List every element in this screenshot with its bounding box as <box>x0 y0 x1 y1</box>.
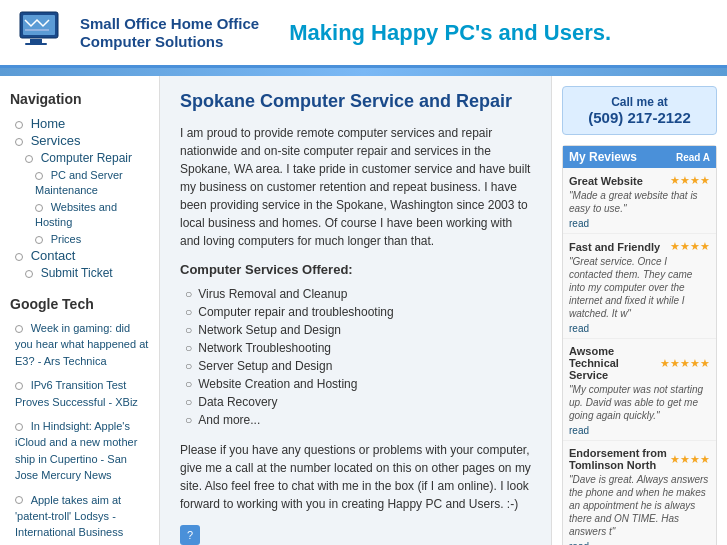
closing-text: Please if you have any questions or prob… <box>180 441 531 513</box>
google-link-2[interactable]: IPv6 Transition Test Proves Successful -… <box>15 379 138 407</box>
google-item-1[interactable]: Week in gaming: did you hear what happen… <box>10 320 149 369</box>
logo-computer-icon <box>15 10 70 55</box>
list-item: Data Recovery <box>185 393 531 411</box>
stars-icon: ★★★★★ <box>660 357 710 370</box>
nav-link-prices[interactable]: Prices <box>51 233 82 245</box>
review-read-link[interactable]: read <box>569 541 589 545</box>
read-all-link[interactable]: Read A <box>676 152 710 163</box>
blue-bar <box>0 68 727 76</box>
nav-link-contact[interactable]: Contact <box>31 248 76 263</box>
logo-line1: Small Office Home Office <box>80 15 259 33</box>
list-item: Network Troubleshooting <box>185 339 531 357</box>
review-quote: "Made a great website that is easy to us… <box>569 189 710 215</box>
google-item-3[interactable]: In Hindsight: Apple's iCloud and a new m… <box>10 418 149 484</box>
bullet-icon <box>25 270 33 278</box>
tagline: Making Happy PC's and Users. <box>289 20 611 46</box>
review-read-link[interactable]: read <box>569 323 589 334</box>
review-read-link[interactable]: read <box>569 425 589 436</box>
review-name: Awsome Technical Service <box>569 345 660 381</box>
list-item: Computer repair and troubleshooting <box>185 303 531 321</box>
google-link-4[interactable]: Apple takes aim at 'patent-troll' Lodsys… <box>15 494 123 545</box>
nav-item-services[interactable]: Services <box>10 132 149 149</box>
call-label: Call me at <box>571 95 708 109</box>
list-item: And more... <box>185 411 531 429</box>
bullet-icon <box>15 138 23 146</box>
bullet-icon <box>15 325 23 333</box>
intro-text: I am proud to provide remote computer se… <box>180 124 531 250</box>
review-quote: "Great service. Once I contacted them. T… <box>569 255 710 320</box>
list-item: Website Creation and Hosting <box>185 375 531 393</box>
svg-rect-2 <box>30 39 42 43</box>
bullet-icon <box>15 382 23 390</box>
bullet-icon <box>35 236 43 244</box>
stars-icon: ★★★★ <box>670 453 710 466</box>
logo-line2: Computer Solutions <box>80 33 259 51</box>
list-item: Server Setup and Design <box>185 357 531 375</box>
call-box: Call me at (509) 217-2122 <box>562 86 717 135</box>
review-name: Fast and Friendly <box>569 241 660 253</box>
right-sidebar: Call me at (509) 217-2122 My Reviews Rea… <box>552 76 727 545</box>
sidebar-google: Google Tech Week in gaming: did you hear… <box>10 296 149 545</box>
bullet-icon <box>15 121 23 129</box>
logo-text: Small Office Home Office Computer Soluti… <box>80 15 259 51</box>
svg-rect-3 <box>25 43 47 45</box>
nav-title: Navigation <box>10 91 149 107</box>
nav-item-submit-ticket[interactable]: Submit Ticket <box>10 264 149 281</box>
nav-link-submit-ticket[interactable]: Submit Ticket <box>41 266 113 280</box>
review-item-2: Fast and Friendly ★★★★ "Great service. O… <box>563 234 716 339</box>
logo-area: Small Office Home Office Computer Soluti… <box>15 10 259 55</box>
review-read-link[interactable]: read <box>569 218 589 229</box>
nav-link-pc-server[interactable]: PC and ServerMaintenance <box>35 169 123 196</box>
stars-icon: ★★★★ <box>670 240 710 253</box>
services-list: Virus Removal and Cleanup Computer repai… <box>180 285 531 429</box>
bullet-icon <box>15 423 23 431</box>
nav-item-contact[interactable]: Contact <box>10 247 149 264</box>
stars-icon: ★★★★ <box>670 174 710 187</box>
google-title: Google Tech <box>10 296 149 312</box>
bullet-icon <box>35 172 43 180</box>
review-item-3: Awsome Technical Service ★★★★★ "My compu… <box>563 339 716 441</box>
svg-rect-1 <box>23 15 55 35</box>
call-number: (509) 217-2122 <box>571 109 708 126</box>
main-layout: Navigation Home Services Computer Repair… <box>0 76 727 545</box>
review-name: Endorsement from Tomlinson North <box>569 447 670 471</box>
review-item-1: Great Website ★★★★ "Made a great website… <box>563 168 716 234</box>
reviews-title: My Reviews <box>569 150 637 164</box>
nav-link-services[interactable]: Services <box>31 133 81 148</box>
google-item-4[interactable]: Apple takes aim at 'patent-troll' Lodsys… <box>10 492 149 545</box>
chat-icon[interactable]: ? <box>180 525 200 545</box>
list-item: Network Setup and Design <box>185 321 531 339</box>
bullet-icon <box>25 155 33 163</box>
nav-link-home[interactable]: Home <box>31 116 66 131</box>
google-item-2[interactable]: IPv6 Transition Test Proves Successful -… <box>10 377 149 410</box>
header: Small Office Home Office Computer Soluti… <box>0 0 727 68</box>
nav-item-websites[interactable]: Websites and Hosting <box>10 198 149 230</box>
google-link-3[interactable]: In Hindsight: Apple's iCloud and a new m… <box>15 420 137 481</box>
nav-item-computer-repair[interactable]: Computer Repair <box>10 149 149 166</box>
reviews-header: My Reviews Read A <box>563 146 716 168</box>
nav-item-home[interactable]: Home <box>10 115 149 132</box>
nav-item-pc-server[interactable]: PC and ServerMaintenance <box>10 166 149 198</box>
review-name: Great Website <box>569 175 643 187</box>
list-item: Virus Removal and Cleanup <box>185 285 531 303</box>
review-quote: "My computer was not starting up. David … <box>569 383 710 422</box>
left-sidebar: Navigation Home Services Computer Repair… <box>0 76 160 545</box>
bullet-icon <box>15 496 23 504</box>
reviews-box: My Reviews Read A Great Website ★★★★ "Ma… <box>562 145 717 545</box>
nav-link-websites[interactable]: Websites and Hosting <box>35 201 117 228</box>
page-title: Spokane Computer Service and Repair <box>180 91 531 112</box>
bullet-icon <box>15 253 23 261</box>
review-item-4: Endorsement from Tomlinson North ★★★★ "D… <box>563 441 716 545</box>
nav-item-prices[interactable]: Prices <box>10 230 149 247</box>
nav-link-computer-repair[interactable]: Computer Repair <box>41 151 132 165</box>
review-quote: "Dave is great. Always answers the phone… <box>569 473 710 538</box>
services-title: Computer Services Offered: <box>180 262 531 277</box>
google-link-1[interactable]: Week in gaming: did you hear what happen… <box>15 322 148 367</box>
main-content: Spokane Computer Service and Repair I am… <box>160 76 552 545</box>
bullet-icon <box>35 204 43 212</box>
